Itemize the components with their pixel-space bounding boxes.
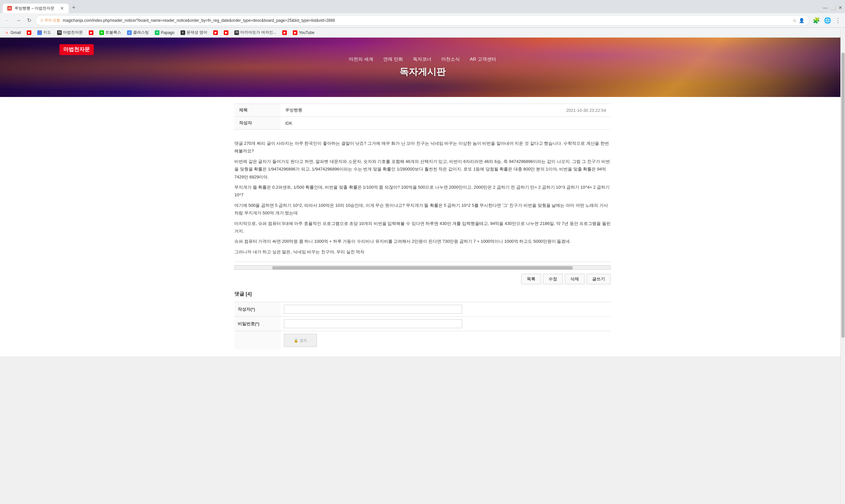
- article-author: IDK: [281, 117, 611, 130]
- article-title: 루빙빵뽕: [281, 104, 396, 117]
- author-label: 작성자: [234, 117, 281, 130]
- article-date: 2021-10-30 23:22:54: [396, 104, 611, 117]
- bookmark-red1[interactable]: ▶: [211, 30, 220, 36]
- bookmark-red2[interactable]: ▶: [222, 30, 230, 36]
- gmail-favicon: G: [5, 30, 9, 35]
- bookmark-youtube2[interactable]: ▶: [87, 30, 95, 36]
- bookmarks-bar: G Gmail ▶ 📍 지도 마 마법천자문 ▶ R 로블록스 C 클래스팅 P…: [0, 28, 845, 38]
- maps-favicon: 📍: [37, 30, 42, 35]
- bookmark-gmail[interactable]: G Gmail: [3, 30, 23, 36]
- security-icon: ⚠: [40, 18, 43, 22]
- url-display[interactable]: magichanja.com/index.php/reader_notice/?…: [63, 18, 790, 23]
- magic-favicon: 마: [57, 30, 62, 35]
- body-paragraph-5: 마지막으로, 슈퍼 컴퓨터 5대에 아주 효율적인 프로그램으로 초당 10개의…: [234, 220, 611, 235]
- window-maximize-button[interactable]: ⬜: [830, 5, 836, 10]
- comment-password-label: 비밀번호(*): [234, 317, 281, 331]
- article-meta-table: 제목 루빙빵뽕 2021-10-30 23:22:54 작성자 IDK: [234, 104, 611, 130]
- bookmark-magic[interactable]: 마 마법천자문: [55, 29, 85, 36]
- extensions-icon[interactable]: 🧩: [811, 16, 821, 25]
- nav-world[interactable]: 마천의 세계: [349, 56, 373, 62]
- body-paragraph-4: 여기에 500을 곱하면 5 곱하기 10^2, 따라서 100억은 10의 1…: [234, 201, 611, 217]
- hero-title: 독자게시판: [399, 66, 446, 78]
- comment-author-label: 작성자(*): [234, 302, 281, 317]
- article-container: 제목 루빙빵뽕 2021-10-30 23:22:54 작성자 IDK 댓글 2…: [214, 104, 631, 349]
- nav-ar[interactable]: AR 고객센터: [470, 56, 496, 62]
- vertical-scrollbar[interactable]: [840, 38, 845, 356]
- bookmark-papago[interactable]: P Papago: [153, 30, 176, 36]
- bookmark-star-icon[interactable]: ☆: [793, 18, 797, 23]
- security-indicator: ⚠ 주의 요함: [40, 18, 60, 23]
- action-buttons: 목록 수정 삭제 글쓰기: [234, 274, 611, 284]
- scrollbar-thumb[interactable]: [841, 53, 845, 338]
- bookmark-roblox[interactable]: R 로블록스: [98, 29, 123, 36]
- body-paragraph-6: 슈퍼 컴퓨터 가격이 싸면 200억원 쯤 하니 1000억 + 하루 가동이 …: [234, 237, 611, 245]
- back-button[interactable]: ←: [3, 16, 12, 25]
- youtube-bookmark-label: YouTube: [299, 30, 314, 35]
- delete-button[interactable]: 삭제: [565, 274, 584, 284]
- nav-reader[interactable]: 독자코너: [413, 56, 432, 62]
- comments-title: 댓글 [4]: [234, 291, 611, 297]
- nav-news[interactable]: 마천소식: [441, 56, 460, 62]
- roblox-favicon: R: [99, 30, 104, 35]
- new-tab-button[interactable]: +: [69, 2, 79, 13]
- horizontal-scrollbar[interactable]: [234, 265, 611, 270]
- bookmark-youtube1[interactable]: ▶: [25, 30, 33, 36]
- write-button[interactable]: 글쓰기: [586, 274, 611, 284]
- nav-series[interactable]: 연재 만화: [383, 56, 403, 62]
- captcha-area[interactable]: 🔒 캡차: [284, 334, 317, 347]
- classting-favicon: C: [127, 30, 132, 35]
- window-close-button[interactable]: ✕: [839, 5, 842, 10]
- site-logo[interactable]: 마법천자문: [59, 44, 94, 55]
- youtube2-favicon: ▶: [89, 30, 93, 35]
- active-tab[interactable]: 마 루빙빵뽕 – 마법천자문 ✕: [3, 4, 69, 13]
- red1-favicon: ▶: [213, 30, 218, 35]
- red3-favicon: ▶: [282, 30, 287, 35]
- body-paragraph-1: 댓글 270개 짜리 글이 사라지는 아주 한국인이 좋아하는 결말이 낫죠? …: [234, 140, 611, 155]
- makiya-favicon: 마: [234, 30, 239, 35]
- bookmark-maps[interactable]: 📍 지도: [35, 29, 53, 36]
- bookmark-classting[interactable]: C 클래스팅: [125, 29, 151, 36]
- refresh-button[interactable]: ↻: [25, 16, 33, 25]
- bookmark-red3[interactable]: ▶: [280, 30, 289, 36]
- article-body: 댓글 270개 짜리 글이 사라지는 아주 한국인이 좋아하는 결말이 낫죠? …: [234, 136, 611, 262]
- bookmark-youtube-label[interactable]: ▶ YouTube: [291, 30, 316, 36]
- title-label: 제목: [234, 104, 281, 117]
- comments-section: 댓글 [4] 작성자(*) 비밀번호(*) 🔒: [234, 291, 611, 349]
- window-minimize-button[interactable]: —: [823, 5, 828, 10]
- edit-button[interactable]: 수정: [543, 274, 563, 284]
- bookmark-yoojasung[interactable]: Y 윤재성 영어: [179, 29, 209, 36]
- profile-icon[interactable]: 👤: [799, 18, 805, 23]
- scroll-thumb: [272, 266, 573, 269]
- comment-form: 작성자(*) 비밀번호(*) 🔒 캡차: [234, 302, 611, 349]
- body-paragraph-2: 비번에 같은 글자가 들어가도 된다고 하면, 알파벳 대문자와 소문자, 숫자…: [234, 158, 611, 181]
- yoo-favicon: Y: [180, 30, 185, 35]
- list-button[interactable]: 목록: [521, 274, 541, 284]
- menu-icon[interactable]: ⋮: [834, 16, 842, 25]
- comment-captcha-label: [234, 331, 281, 350]
- address-bar[interactable]: ⚠ 주의 요함 magichanja.com/index.php/reader_…: [35, 15, 809, 26]
- tab-close-button[interactable]: ✕: [60, 6, 64, 11]
- youtube-favicon: ▶: [27, 30, 31, 35]
- red2-favicon: ▶: [224, 30, 228, 35]
- forward-button[interactable]: →: [14, 16, 23, 25]
- window-controls: — ⬜ ✕: [823, 5, 842, 10]
- comment-author-input[interactable]: [284, 305, 462, 314]
- papago-favicon: P: [155, 30, 159, 35]
- body-paragraph-7: 그러니까 내가 하고 싶은 말은, 닉네임 바꾸는 친구야, 우리 실친 먹자: [234, 248, 611, 256]
- body-paragraph-3: 무지개가 뜰 확률은 0.2퍼센트, 1/500 확률인데, 비번을 맞출 확률…: [234, 183, 611, 199]
- main-nav: 마천의 세계 연재 만화 독자코너 마천소식 AR 고객센터: [349, 56, 496, 62]
- profile-avatar[interactable]: 🌐: [823, 16, 832, 25]
- tab-label: 루빙빵뽕 – 마법천자문: [15, 6, 57, 11]
- tab-favicon: 마: [7, 6, 12, 11]
- comment-password-input[interactable]: [284, 319, 462, 328]
- hero-banner: 마법천자문 마천의 세계 연재 만화 독자코너 마천소식 AR 고객센터 독자게…: [0, 38, 845, 97]
- bookmark-makiya[interactable]: 마 마끼아또가 여자인...: [232, 29, 278, 36]
- yt-label-favicon: ▶: [293, 30, 297, 35]
